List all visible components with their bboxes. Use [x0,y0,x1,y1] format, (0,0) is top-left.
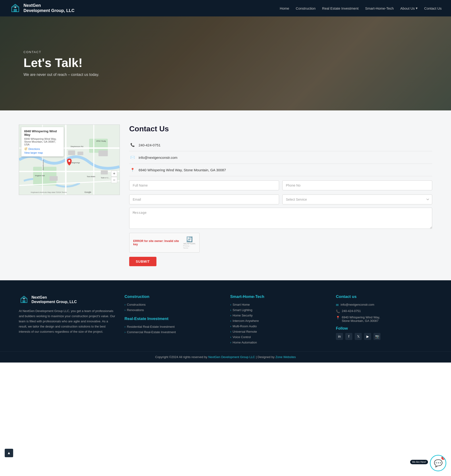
linkedin-icon[interactable]: in [336,333,343,340]
footer-contact-phone-row: 📞 240-424-0751 [336,309,432,313]
contact-address-row: 📍 6940 Whispering Wind Way, Stone Mounta… [129,164,432,176]
form-row-email-service: Select Service Construction Renovation S… [129,194,432,204]
map-zoom-out-button[interactable]: − [111,177,117,183]
svg-rect-16 [98,150,108,156]
footer-col-contact: Contact us ✉ info@nextgenconstr.com 📞 24… [336,294,432,344]
footer-location-icon: 📍 [336,316,340,319]
map-address-title: 6940 Whispering Wind Way [24,129,61,137]
instagram-icon[interactable]: 📷 [374,333,381,340]
footer-logo-name: NextGen [31,295,77,300]
footer-link-renovations[interactable]: Renovations [125,308,221,312]
logo-name: NextGen [24,3,75,8]
facebook-icon[interactable]: f [345,333,352,340]
footer-link-home-security[interactable]: Home Security [230,314,326,317]
map-zoom-in-button[interactable]: + [111,171,117,177]
svg-text:Taste or U...: Taste or U... [101,177,109,179]
copyright-text: Copyright ©2024 All rights reserved by [155,355,207,359]
email-icon: ✉️ [129,154,136,161]
footer-link-smart-lighting[interactable]: Smart Lighting [230,308,326,312]
logo[interactable]: NextGen Development Group, LLC [9,2,75,14]
designer-link[interactable]: Zone Websites [276,355,296,359]
svg-text:Google: Google [85,191,91,193]
social-icons: in f 𝕏 ▶ 📷 [336,333,432,340]
footer-link-commercial[interactable]: Commercial Real-Estate Investment [125,330,221,334]
logo-sub: Development Group, LLC [24,8,75,13]
footer-link-residential[interactable]: Residential Real-Estate Investment [125,325,221,328]
logo-icon [9,2,21,14]
recaptcha-logo: 🔄 reCAPTCHA Privacy - Terms [183,236,196,249]
phone-input[interactable] [282,181,432,190]
footer-contact-address: 6940 Whispering Wind Way,Stone Mountain,… [342,316,380,323]
svg-point-27 [68,160,70,162]
map-larger-link[interactable]: View larger map [24,151,61,154]
footer-link-voice-control[interactable]: Voice Control [230,335,326,339]
footer-description: At NextGen Development Group LLC, you ge… [19,308,115,334]
map-controls: + − [111,171,117,183]
hero-subtitle: We are never out of reach – contact us t… [24,73,427,77]
svg-text:HPMC Realty: HPMC Realty [96,140,106,142]
svg-rect-33 [23,298,25,299]
form-row-name-phone [129,181,432,190]
footer-contact-email-row: ✉ info@nextgenconstr.com [336,303,432,307]
map-container: Stephenson Rd Stonebrook Dr Kingdom Hall… [19,125,120,195]
svg-rect-17 [50,176,58,181]
map-directions-button[interactable]: 🧭 Directions [24,147,61,150]
svg-rect-2 [14,9,17,12]
footer-link-multi-room[interactable]: Multi-Room Audio [230,325,326,328]
youtube-icon[interactable]: ▶ [364,333,371,340]
bottom-bar: Copyright ©2024 All rights reserved by N… [0,351,451,363]
svg-rect-31 [23,300,25,303]
nav-contact[interactable]: Contact Us [424,6,442,10]
submit-button[interactable]: SUBMIT [129,257,157,266]
nav-about[interactable]: About Us ▾ [400,6,418,10]
service-select[interactable]: Select Service Construction Renovation S… [282,194,432,204]
svg-rect-14 [68,150,75,155]
footer-contact-email: info@nextgenconstr.com [341,303,374,306]
footer-construction-links: Constructions Renovations [125,303,221,312]
contact-address: 6940 Whispering Wind Way, Stone Mountain… [138,168,226,172]
nav-menu: Home Construction Real Estate Investment… [280,6,442,10]
nav-construction[interactable]: Construction [296,6,315,10]
svg-text:Kingdom Hall: Kingdom Hall [35,175,45,177]
footer-construction-title: Construction [125,294,221,299]
contact-phone: 240-424-0751 [138,143,160,147]
email-input[interactable] [129,194,279,204]
contact-email-row: ✉️ info@nextgenconstr.com [129,151,432,164]
footer-logo[interactable]: NextGen Development Group, LLC [19,294,115,305]
message-textarea[interactable] [129,208,432,229]
company-link[interactable]: NextGen Development Group LLC [208,355,255,359]
svg-text:Keyboard shortcuts  Map data ©: Keyboard shortcuts Map data ©2024 Terms [31,191,67,193]
footer-col-about: NextGen Development Group, LLC At NextGe… [19,294,115,344]
hero-section: CONTACT Let's Talk! We are never out of … [0,16,451,110]
footer-col-smart-home: Smart-Home-Tech Smart Home Smart Lightin… [230,294,326,344]
directions-icon: 🧭 [24,147,27,150]
footer-link-home-automation[interactable]: Home Automation [230,341,326,344]
hero-title: Let's Talk! [24,56,427,70]
contact-email: info@nextgenconstr.com [138,156,177,160]
footer-contact-address-row: 📍 6940 Whispering Wind Way,Stone Mountai… [336,316,432,323]
contact-form-title: Contact Us [129,125,432,133]
nav-smart-home[interactable]: Smart-Home-Tech [365,6,394,10]
navbar: NextGen Development Group, LLC Home Cons… [0,0,451,16]
svg-rect-4 [15,6,16,8]
footer-link-intercom[interactable]: Intercom Anywhere [230,319,326,323]
separator-text: | Designed by [256,355,275,359]
twitter-icon[interactable]: 𝕏 [355,333,362,340]
contact-section: Stephenson Rd Stonebrook Dr Kingdom Hall… [0,110,451,280]
nav-real-estate[interactable]: Real Estate Investment [322,6,358,10]
contact-form-area: Contact Us 📞 240-424-0751 ✉️ info@nextge… [129,125,432,266]
footer-email-icon: ✉ [336,303,339,307]
phone-icon: 📞 [129,142,136,148]
footer-link-constructions[interactable]: Constructions [125,303,221,306]
map-info-box: 6940 Whispering Wind Way 6940 Whispering… [21,127,64,157]
footer-phone-icon: 📞 [336,309,340,313]
full-name-input[interactable] [129,181,279,190]
footer-link-universal-remote[interactable]: Universal Remote [230,330,326,333]
footer-link-smart-home[interactable]: Smart Home [230,303,326,306]
contact-phone-row: 📞 240-424-0751 [129,139,432,151]
svg-text:Tone-Mekhi: Tone-Mekhi [87,176,95,178]
nav-home[interactable]: Home [280,6,289,10]
footer-logo-sub: Development Group, LLC [31,300,77,304]
hero-content: CONTACT Let's Talk! We are never out of … [24,50,427,77]
svg-text:Stephenson Rd: Stephenson Rd [70,145,83,148]
